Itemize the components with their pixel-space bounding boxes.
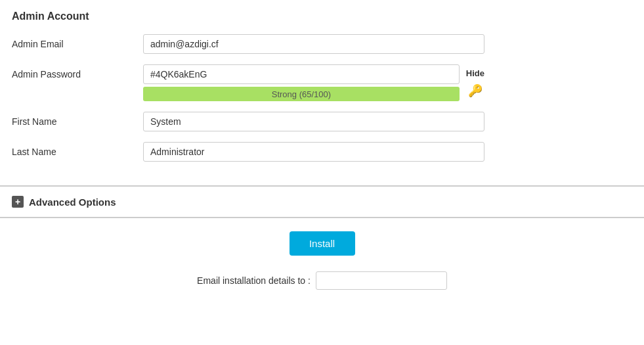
admin-password-label: Admin Password [12,64,143,80]
email-installation-label: Email installation details to : [197,275,311,286]
key-icon[interactable]: 🔑 [468,83,483,98]
firstname-row: First Name [12,112,632,131]
admin-email-input[interactable] [143,34,484,54]
admin-password-field: Strong (65/100) Hide 🔑 [143,64,484,101]
hide-password-button[interactable]: Hide [466,66,484,81]
lastname-input[interactable] [143,142,484,162]
password-actions: Hide 🔑 [466,64,484,98]
firstname-field [143,112,484,131]
lastname-row: Last Name [12,142,632,162]
lastname-label: Last Name [12,142,143,157]
password-input-wrapper: Strong (65/100) [143,64,460,101]
admin-email-field [143,34,484,54]
admin-email-label: Admin Email [12,34,143,49]
plus-icon: + [12,196,24,208]
admin-password-row: Admin Password Strong (65/100) Hide 🔑 [12,64,632,101]
firstname-input[interactable] [143,112,484,131]
password-row: Strong (65/100) Hide 🔑 [143,64,484,101]
strength-bar-container: Strong (65/100) [143,87,460,101]
lastname-field [143,142,484,162]
advanced-options-label: Advanced Options [29,196,116,208]
advanced-options-toggle[interactable]: + Advanced Options [12,196,632,208]
admin-account-section: Admin Account Admin Email Admin Password… [0,0,644,187]
admin-email-row: Admin Email [12,34,632,54]
firstname-label: First Name [12,112,143,127]
advanced-options-section: + Advanced Options [0,187,644,218]
install-section: Install Email installation details to : [0,218,644,303]
admin-account-title: Admin Account [12,11,632,22]
email-installation-row: Email installation details to : [197,271,447,290]
strength-bar: Strong (65/100) [143,87,460,101]
install-button[interactable]: Install [290,231,355,256]
admin-password-input[interactable] [143,64,460,84]
email-installation-input[interactable] [316,271,447,290]
page-wrapper: Admin Account Admin Email Admin Password… [0,0,644,303]
